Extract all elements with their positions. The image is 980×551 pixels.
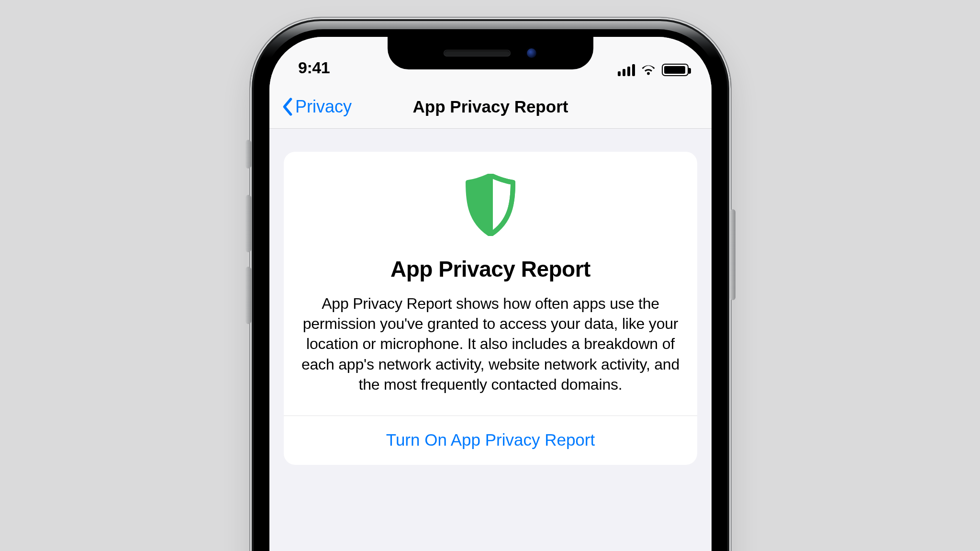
- battery-icon: [662, 64, 689, 76]
- notch: [388, 37, 593, 69]
- card-title: App Privacy Report: [284, 256, 697, 282]
- card-description: App Privacy Report shows how often apps …: [284, 293, 697, 394]
- content-area: App Privacy Report App Privacy Report sh…: [269, 129, 712, 465]
- chevron-left-icon: [281, 97, 294, 116]
- phone-frame: 9:41 Privacy: [249, 17, 732, 551]
- front-camera: [526, 47, 537, 59]
- power-button: [730, 209, 735, 300]
- shield-icon: [464, 174, 517, 236]
- volume-down-button: [245, 267, 251, 324]
- nav-header: Privacy App Privacy Report: [269, 85, 712, 129]
- mute-switch: [245, 140, 251, 169]
- back-label: Privacy: [295, 97, 352, 117]
- phone-bezel: 9:41 Privacy: [262, 29, 719, 551]
- status-icons: [618, 64, 689, 76]
- wifi-icon: [641, 65, 656, 76]
- back-button[interactable]: Privacy: [281, 97, 352, 117]
- info-card: App Privacy Report App Privacy Report sh…: [284, 152, 697, 465]
- volume-up-button: [245, 195, 251, 252]
- screen: 9:41 Privacy: [269, 37, 712, 551]
- status-time: 9:41: [298, 58, 330, 77]
- turn-on-button[interactable]: Turn On App Privacy Report: [284, 416, 697, 465]
- speaker-grill: [444, 50, 511, 56]
- cellular-icon: [618, 65, 635, 76]
